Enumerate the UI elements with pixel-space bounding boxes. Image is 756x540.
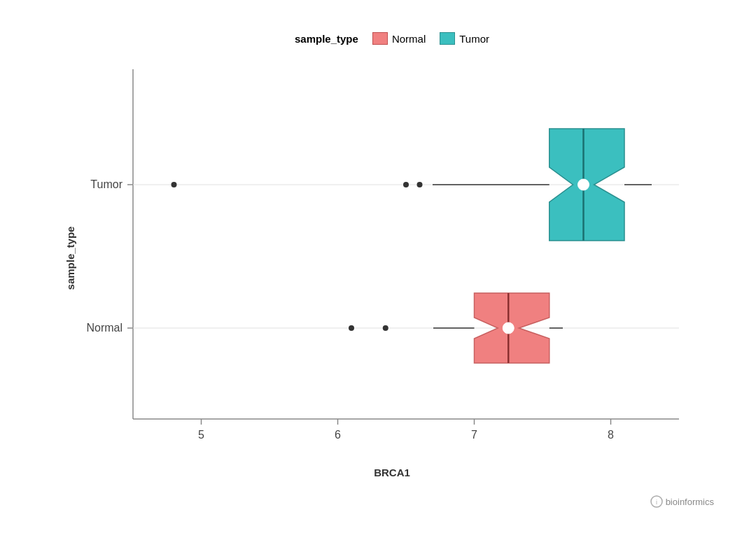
legend-box-tumor (440, 32, 455, 45)
legend-item-normal: Normal (372, 32, 426, 45)
normal-median-dot (503, 322, 514, 334)
y-tick-normal: Normal (86, 322, 122, 334)
tumor-outlier-2 (403, 182, 409, 187)
tumor-outlier-1 (172, 182, 177, 187)
chart-svg: 5 6 7 8 Normal Tumor (84, 55, 700, 461)
legend: sample_type Normal Tumor (84, 32, 700, 45)
normal-outlier-2 (383, 325, 388, 331)
legend-label-tumor: Tumor (459, 33, 489, 45)
legend-title: sample_type (295, 33, 358, 45)
y-tick-tumor: Tumor (90, 178, 122, 190)
y-axis-label: sample_type (64, 227, 76, 290)
watermark-icon: i (650, 495, 663, 508)
legend-item-tumor: Tumor (440, 32, 489, 45)
plot-area: sample_type 5 6 7 8 (84, 55, 700, 461)
normal-outlier-1 (349, 325, 354, 331)
svg-text:i: i (656, 499, 657, 506)
tumor-median-dot (578, 179, 589, 190)
watermark: i bioinformics (650, 495, 714, 508)
legend-box-normal (372, 32, 388, 45)
x-tick-8: 8 (608, 429, 614, 441)
chart-container: sample_type Normal Tumor sample_type (28, 18, 728, 522)
x-axis-label: BRCA1 (84, 467, 700, 478)
watermark-text: bioinformics (666, 497, 714, 507)
legend-label-normal: Normal (392, 33, 426, 45)
tumor-outlier-3 (417, 182, 423, 187)
x-tick-6: 6 (335, 429, 341, 441)
x-tick-7: 7 (471, 429, 477, 441)
x-tick-5: 5 (198, 429, 204, 441)
